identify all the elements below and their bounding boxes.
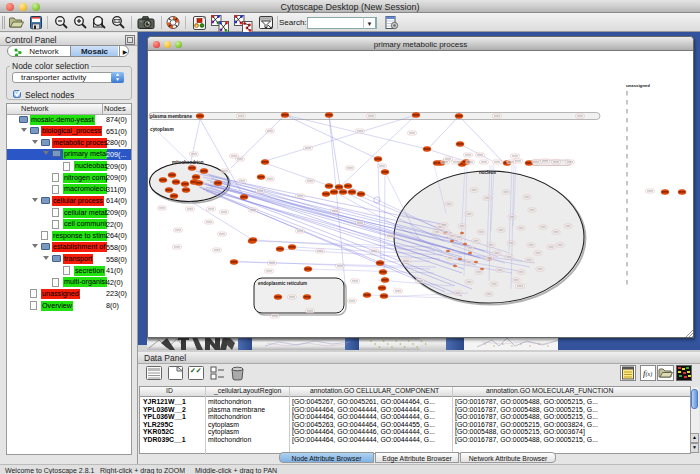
svg-text:✓✓: ✓✓ <box>190 367 202 374</box>
svg-text:nucleus: nucleus <box>479 170 497 175</box>
svg-text:cytoplasm: cytoplasm <box>150 127 174 132</box>
svg-text:1:1: 1:1 <box>115 19 120 23</box>
svg-text:endoplasmic reticulum: endoplasmic reticulum <box>258 281 307 286</box>
svg-text:unassigned: unassigned <box>626 83 650 88</box>
svg-text:mitochondrion: mitochondrion <box>172 160 204 165</box>
svg-text:plasma membrane: plasma membrane <box>150 114 192 119</box>
